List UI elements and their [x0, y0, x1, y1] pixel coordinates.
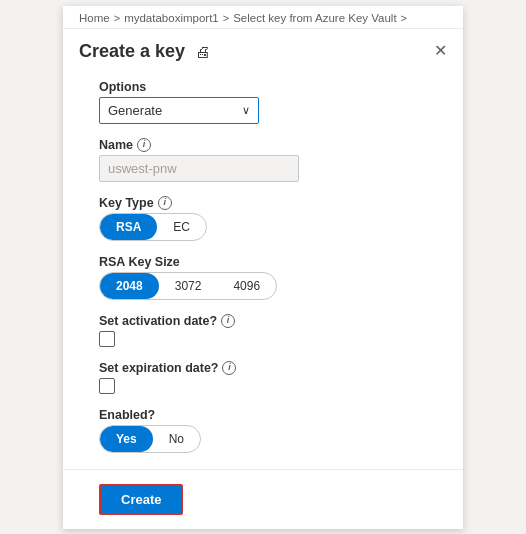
enabled-no[interactable]: No	[153, 426, 200, 452]
page-title: Create a key	[79, 41, 185, 62]
expiration-date-field: Set expiration date? i	[99, 361, 427, 394]
options-label: Options	[99, 80, 427, 94]
name-info-icon: i	[137, 138, 151, 152]
activation-checkbox-wrapper	[99, 331, 427, 347]
rsa-key-size-label: RSA Key Size	[99, 255, 427, 269]
expiration-label-text: Set expiration date?	[99, 361, 218, 375]
options-label-text: Options	[99, 80, 146, 94]
expiration-checkbox[interactable]	[99, 378, 115, 394]
create-key-panel: Home > mydataboximport1 > Select key fro…	[63, 6, 463, 529]
key-type-rsa[interactable]: RSA	[100, 214, 157, 240]
options-dropdown[interactable]: Generate ∨	[99, 97, 259, 124]
enabled-yes[interactable]: Yes	[100, 426, 153, 452]
key-type-ec[interactable]: EC	[157, 214, 206, 240]
activation-date-field: Set activation date? i	[99, 314, 427, 347]
key-type-label-text: Key Type	[99, 196, 154, 210]
breadcrumb-home[interactable]: Home	[79, 12, 110, 24]
key-type-label: Key Type i	[99, 196, 427, 210]
chevron-down-icon: ∨	[242, 104, 250, 117]
key-type-toggle: RSA EC	[99, 213, 207, 241]
enabled-label: Enabled?	[99, 408, 427, 422]
breadcrumb: Home > mydataboximport1 > Select key fro…	[63, 6, 463, 29]
expiration-checkbox-wrapper	[99, 378, 427, 394]
breadcrumb-sep1: >	[114, 12, 120, 24]
header-row: Create a key 🖨 ✕	[63, 29, 463, 70]
options-value: Generate	[108, 103, 162, 118]
create-button[interactable]: Create	[99, 484, 183, 515]
rsa-size-3072[interactable]: 3072	[159, 273, 218, 299]
rsa-size-2048[interactable]: 2048	[100, 273, 159, 299]
rsa-key-size-toggle: 2048 3072 4096	[99, 272, 277, 300]
name-label-text: Name	[99, 138, 133, 152]
close-icon[interactable]: ✕	[434, 43, 447, 59]
footer-bar: Create	[63, 469, 463, 529]
enabled-toggle: Yes No	[99, 425, 201, 453]
enabled-label-text: Enabled?	[99, 408, 155, 422]
key-type-info-icon: i	[158, 196, 172, 210]
breadcrumb-import[interactable]: mydataboximport1	[124, 12, 219, 24]
activation-checkbox[interactable]	[99, 331, 115, 347]
options-field: Options Generate ∨	[99, 80, 427, 124]
enabled-field: Enabled? Yes No	[99, 408, 427, 453]
rsa-size-4096[interactable]: 4096	[217, 273, 276, 299]
breadcrumb-sep2: >	[223, 12, 229, 24]
name-label: Name i	[99, 138, 427, 152]
activation-date-label: Set activation date? i	[99, 314, 427, 328]
name-input[interactable]	[99, 155, 299, 182]
print-icon[interactable]: 🖨	[195, 43, 210, 60]
rsa-key-size-field: RSA Key Size 2048 3072 4096	[99, 255, 427, 300]
breadcrumb-sep3: >	[401, 12, 407, 24]
expiration-info-icon: i	[222, 361, 236, 375]
rsa-key-size-label-text: RSA Key Size	[99, 255, 180, 269]
activation-label-text: Set activation date?	[99, 314, 217, 328]
key-type-field: Key Type i RSA EC	[99, 196, 427, 241]
form-body: Options Generate ∨ Name i Key Type i RSA	[63, 70, 463, 469]
expiration-date-label: Set expiration date? i	[99, 361, 427, 375]
activation-info-icon: i	[221, 314, 235, 328]
header-left: Create a key 🖨	[79, 41, 210, 62]
breadcrumb-page[interactable]: Select key from Azure Key Vault	[233, 12, 396, 24]
name-field: Name i	[99, 138, 427, 182]
